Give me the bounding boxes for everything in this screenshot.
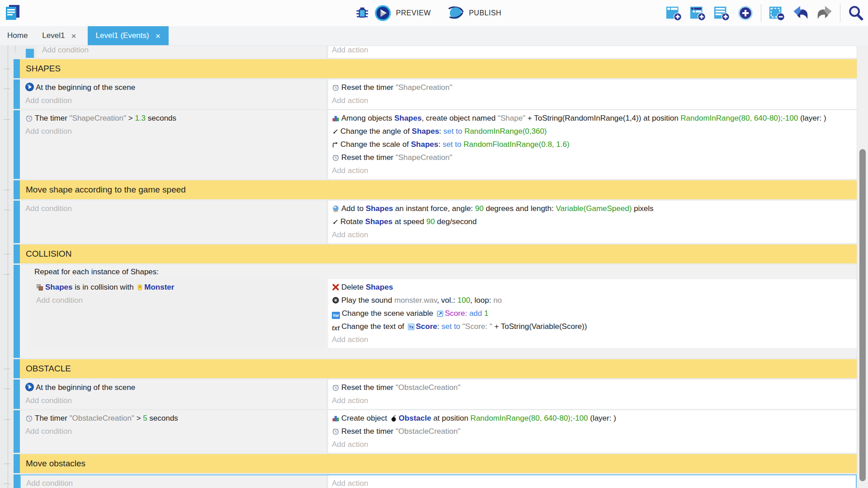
variable-icon: Var xyxy=(332,309,340,321)
add-subevent-button[interactable] xyxy=(689,5,706,22)
add-condition-button[interactable]: Add condition xyxy=(25,126,326,137)
event-selection-bar[interactable] xyxy=(14,359,20,378)
text-object-icon: Tx xyxy=(408,322,415,334)
event-selection-bar[interactable] xyxy=(14,110,20,179)
remove-selection-button[interactable] xyxy=(768,5,785,22)
event-selection-bar[interactable] xyxy=(14,265,20,358)
event-selection-bar[interactable] xyxy=(14,244,20,263)
vertical-scrollbar[interactable] xyxy=(857,45,868,488)
add-event-button[interactable] xyxy=(665,5,682,22)
event-selection-bar[interactable] xyxy=(14,380,20,409)
add-action-button[interactable]: Add action xyxy=(332,95,857,107)
foreach-header[interactable]: Repeat for each instance of Shapes: xyxy=(31,265,857,279)
vertical-scrollbar-thumb[interactable] xyxy=(859,149,866,481)
event-selection-bar[interactable] xyxy=(26,49,34,58)
undo-button[interactable] xyxy=(792,5,809,22)
add-condition-button[interactable]: Add condition xyxy=(25,395,326,407)
add-action-button[interactable]: Add action xyxy=(332,395,857,407)
event-selection-bar[interactable] xyxy=(14,201,20,243)
add-condition-button[interactable]: Add condition xyxy=(25,203,326,215)
conditions-cell: At the beginning of the sceneAdd conditi… xyxy=(20,380,326,409)
action-line[interactable]: Change the scale of Shapes: set to Rando… xyxy=(332,139,857,152)
events-sheet: Add conditionAdd actionSHAPESAt the begi… xyxy=(0,45,857,488)
main-toolbar: PREVIEW PUBLISH xyxy=(0,0,868,26)
search-button[interactable] xyxy=(847,5,864,22)
action-line[interactable]: Reset the timer "ObstacleCreation" xyxy=(332,382,857,395)
add-more-events-button[interactable] xyxy=(737,5,754,22)
add-condition-button[interactable]: Add condition xyxy=(25,426,326,437)
event-selection-bar[interactable] xyxy=(14,80,20,109)
event-group-header[interactable]: Move obstacles xyxy=(14,454,857,473)
tab-home[interactable]: Home xyxy=(0,26,35,45)
publish-button[interactable]: PUBLISH xyxy=(469,9,501,17)
event-selection-bar[interactable] xyxy=(14,59,20,78)
tab-level1-events[interactable]: Level1 (Events) × xyxy=(88,26,169,45)
action-line[interactable]: Create object Obstacle at position Rando… xyxy=(332,413,857,426)
condition-line[interactable]: Shapes is in collision with Monster xyxy=(36,282,326,295)
publish-globe-icon[interactable] xyxy=(447,5,464,22)
tab-level1[interactable]: Level1 × xyxy=(35,26,83,45)
add-condition-button[interactable]: Add condition xyxy=(25,95,326,107)
close-tab-icon[interactable]: × xyxy=(71,32,76,40)
conditions-cell: Add condition xyxy=(37,46,326,58)
event-row: At the beginning of the sceneAdd conditi… xyxy=(14,80,857,109)
condition-line[interactable]: The timer "ObstacleCreation" > 5 seconds xyxy=(25,413,326,426)
play-scene-icon xyxy=(25,83,34,95)
create-object-icon xyxy=(332,114,340,126)
add-condition-button[interactable]: Add condition xyxy=(26,478,326,488)
condition-line[interactable]: The timer "ShapeCreation" > 1.3 seconds xyxy=(25,113,326,126)
add-action-button[interactable]: Add action xyxy=(332,334,857,346)
event-group-header[interactable]: COLLISION xyxy=(14,244,857,263)
action-line[interactable]: Add to Shapes an instant force, angle: 9… xyxy=(332,203,857,216)
event-group-header[interactable]: Move shape according to the game speed xyxy=(14,180,857,199)
actions-cell: Among objects Shapes, create object name… xyxy=(328,110,857,179)
add-action-button[interactable]: Add action xyxy=(332,46,857,56)
action-line[interactable]: Reset the timer "ShapeCreation" xyxy=(332,82,857,95)
event-selection-bar[interactable] xyxy=(14,410,20,453)
add-condition-button[interactable]: Add condition xyxy=(36,295,326,306)
svg-text:Tx: Tx xyxy=(409,325,413,329)
action-line[interactable]: Reset the timer "ObstacleCreation" xyxy=(332,426,857,439)
tree-branch-line xyxy=(4,389,10,389)
preview-play-icon[interactable] xyxy=(374,5,392,22)
condition-line[interactable]: At the beginning of the scene xyxy=(25,382,326,395)
action-line[interactable]: Rotate Shapes at speed 90 deg/second xyxy=(332,216,857,229)
timer-icon xyxy=(332,153,340,165)
add-action-button[interactable]: Add action xyxy=(332,165,857,177)
tree-branch-line xyxy=(4,69,10,69)
event-selection-bar[interactable] xyxy=(14,454,20,473)
condition-line[interactable]: At the beginning of the scene xyxy=(25,82,326,95)
scale-arrow-icon xyxy=(332,140,339,152)
tree-branch-line xyxy=(4,369,10,369)
delete-icon xyxy=(332,283,340,295)
action-line[interactable]: Play the sound monster.wav, vol.: 100, l… xyxy=(332,295,857,308)
gdevelop-window: PREVIEW PUBLISH Home Level1 × Level1 (Ev… xyxy=(0,0,868,488)
action-line[interactable]: Change the angle of Shapes: set to Rando… xyxy=(332,126,857,139)
conditions-cell: Shapes is in collision with MonsterAdd c… xyxy=(31,279,326,348)
close-tab-icon[interactable]: × xyxy=(156,32,160,40)
toolbar-separator xyxy=(840,4,840,22)
action-line[interactable]: txtChange the text of TxScore: set to "S… xyxy=(332,321,857,334)
tree-branch-line xyxy=(4,210,10,210)
debugger-icon[interactable] xyxy=(355,6,370,21)
action-line[interactable]: Among objects Shapes, create object name… xyxy=(332,113,857,126)
bomb-object-icon xyxy=(391,414,397,426)
preview-button[interactable]: PREVIEW xyxy=(396,9,431,17)
conditions-cell: Add condition xyxy=(20,201,326,243)
add-condition-button[interactable]: Add condition xyxy=(42,46,326,56)
event-selection-bar[interactable] xyxy=(14,180,20,199)
redo-button[interactable] xyxy=(816,5,833,22)
action-line[interactable]: Delete Shapes xyxy=(332,282,857,295)
event-selection-bar[interactable] xyxy=(14,474,20,488)
timer-icon xyxy=(332,427,340,439)
event-group-header[interactable]: SHAPES xyxy=(14,59,857,78)
foreach-body: Repeat for each instance of Shapes:Shape… xyxy=(20,265,857,358)
add-action-button[interactable]: Add action xyxy=(332,229,857,241)
action-line[interactable]: Reset the timer "ShapeCreation" xyxy=(332,152,857,165)
action-line[interactable]: VarChange the scene variable Score: add … xyxy=(332,308,857,321)
add-action-button[interactable]: Add action xyxy=(332,439,857,450)
gdevelop-logo[interactable] xyxy=(4,4,22,23)
add-action-button[interactable]: Add action xyxy=(332,478,856,488)
add-comment-button[interactable] xyxy=(713,5,730,22)
event-group-header[interactable]: OBSTACLE xyxy=(14,359,857,378)
